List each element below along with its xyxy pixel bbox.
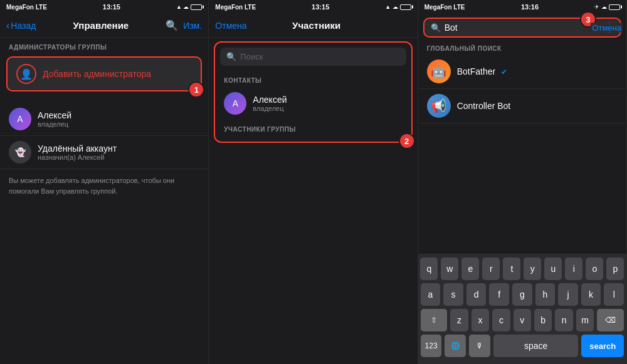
key-f[interactable]: f (489, 283, 509, 306)
item-text-contact: Алексей владелец (253, 95, 287, 112)
key-q[interactable]: q (420, 257, 438, 280)
time-1: 13:15 (103, 3, 120, 11)
description-text-1: Вы можете добавлять администраторов, что… (0, 169, 208, 202)
item-name-aleksey: Алексей (38, 110, 71, 120)
nav-actions-1: 🔍 Изм. (166, 19, 202, 31)
key-a[interactable]: a (421, 283, 441, 306)
key-r[interactable]: r (482, 257, 500, 280)
carrier-3: MegaFon LTE (424, 4, 465, 11)
item-subtitle-aleksey: владелец (38, 120, 71, 128)
panel-2: MegaFon LTE 13:15 ▲ ☁ Отмена Участники 🔍… (209, 0, 418, 364)
step-badge-1: 1 (188, 81, 204, 98)
status-icons-3: ✈ ☁ (594, 4, 620, 10)
key-t[interactable]: t (503, 257, 520, 280)
avatar-deleted: 👻 (9, 141, 31, 164)
globe-key[interactable]: 🌐 (445, 335, 466, 357)
panel-1: MegaFon LTE 13:15 ▲ ☁ ‹ Назад Управление… (0, 0, 209, 364)
key-j[interactable]: j (558, 283, 578, 306)
key-row-2: a s d f g h j k l (421, 283, 624, 306)
key-k[interactable]: k (581, 283, 601, 306)
result-text-botfather: BotFather ✔ (457, 66, 507, 77)
add-admin-label: Добавить администратора (43, 69, 151, 79)
key-y[interactable]: y (524, 257, 541, 280)
battery-icon-2 (400, 4, 411, 10)
item-text-aleksey: Алексей владелец (38, 110, 71, 128)
carrier-2: MegaFon LTE (215, 4, 256, 11)
edit-button-1[interactable]: Изм. (183, 21, 202, 31)
item-name-deleted: Удалённый аккаунт (38, 143, 117, 153)
panel-3: MegaFon LTE 13:16 ✈ ☁ 🔍 ✕ 3 Отмена ГЛОБА… (418, 0, 627, 364)
search-contacts-box: 🔍 Поиск КОНТАКТЫ А Алексей владелец УЧАС… (214, 41, 412, 143)
result-text-controller: Controller Bot (457, 100, 511, 112)
key-row-1: q w e r t y u i o p (421, 257, 624, 280)
item-subtitle-deleted: назначил(а) Алексей (38, 153, 117, 161)
delete-key[interactable]: ⌫ (597, 309, 624, 331)
key-n[interactable]: n (555, 309, 572, 331)
result-name-botfather: BotFather (457, 66, 495, 76)
key-l[interactable]: l (604, 283, 624, 306)
back-button-1[interactable]: ‹ Назад (6, 20, 36, 31)
nav-bar-2: Отмена Участники (209, 14, 417, 38)
key-p[interactable]: p (606, 257, 624, 280)
item-subtitle-contact: владелец (253, 105, 287, 112)
key-s[interactable]: s (443, 283, 463, 306)
nav-title-2: Участники (292, 20, 340, 31)
cancel-button-3[interactable]: Отмена (591, 23, 623, 33)
key-b[interactable]: b (534, 309, 552, 331)
key-o[interactable]: o (586, 257, 603, 280)
search-key[interactable]: search (581, 335, 624, 357)
contacts-section-header: КОНТАКТЫ (215, 71, 411, 87)
status-bar-2: MegaFon LTE 13:15 ▲ ☁ (209, 0, 417, 14)
global-search-header: ГЛОБАЛЬНЫЙ ПОИСК (418, 40, 626, 55)
key-x[interactable]: x (472, 309, 489, 331)
battery-icon-1 (191, 4, 202, 10)
list-item-deleted[interactable]: 👻 Удалённый аккаунт назначил(а) Алексей (0, 136, 208, 169)
key-i[interactable]: i (565, 257, 582, 280)
keyboard: q w e r t y u i o p a s d f g h j k l ⇧ … (418, 254, 626, 364)
key-row-3: ⇧ z x c v b n m ⌫ (421, 309, 624, 331)
carrier-1: MegaFon LTE (6, 4, 47, 11)
add-admin-icon: 👤 (16, 64, 36, 84)
section-header-admins: АДМИНИСТРАТОРЫ ГРУППЫ (0, 38, 208, 54)
search-box-2[interactable]: 🔍 Поиск (220, 48, 406, 66)
spacer (418, 123, 626, 254)
search-icon-2: 🔍 (226, 52, 236, 61)
group-members-header: УЧАСТНИКИ ГРУППЫ (215, 120, 411, 142)
search-result-botfather[interactable]: 🤖 BotFather ✔ (418, 55, 626, 89)
key-v[interactable]: v (514, 309, 531, 331)
search-placeholder-2: Поиск (240, 52, 263, 61)
list-item[interactable]: А Алексей владелец (0, 103, 208, 136)
item-name-contact: Алексей (253, 95, 287, 105)
key-z[interactable]: z (450, 309, 468, 331)
key-w[interactable]: w (441, 257, 458, 280)
key-m[interactable]: m (576, 309, 594, 331)
status-icons-1: ▲ ☁ (176, 4, 202, 10)
key-e[interactable]: e (461, 257, 479, 280)
add-admin-button[interactable]: 👤 Добавить администратора (6, 56, 202, 91)
key-u[interactable]: u (544, 257, 562, 280)
admin-list: А Алексей владелец 👻 Удалённый аккаунт н… (0, 103, 208, 169)
mic-key[interactable]: 🎙 (469, 335, 490, 357)
verified-icon: ✔ (501, 68, 507, 76)
key-row-4: 123 🌐 🎙 space search (421, 335, 624, 357)
list-item-contact[interactable]: А Алексей владелец (215, 87, 411, 120)
search-button-1[interactable]: 🔍 (166, 19, 178, 31)
key-d[interactable]: d (466, 283, 487, 306)
back-label-1: Назад (11, 21, 36, 31)
nav-bar-1: ‹ Назад Управление 🔍 Изм. (0, 14, 208, 38)
cancel-button-2[interactable]: Отмена (215, 21, 246, 31)
result-name-controller: Controller Bot (457, 101, 511, 111)
status-icons-2: ▲ ☁ (385, 4, 411, 10)
key-g[interactable]: g (512, 283, 532, 306)
search-input-3[interactable] (445, 23, 600, 33)
status-bar-1: MegaFon LTE 13:15 ▲ ☁ (0, 0, 208, 14)
time-2: 13:15 (312, 3, 329, 11)
space-key[interactable]: space (493, 335, 578, 357)
shift-key[interactable]: ⇧ (421, 309, 448, 331)
search-result-controller[interactable]: 📢 Controller Bot (418, 89, 626, 123)
num-key[interactable]: 123 (421, 335, 442, 357)
nav-title-1: Управление (73, 20, 129, 31)
key-c[interactable]: c (492, 309, 510, 331)
key-h[interactable]: h (535, 283, 556, 306)
avatar-controller: 📢 (427, 94, 451, 118)
